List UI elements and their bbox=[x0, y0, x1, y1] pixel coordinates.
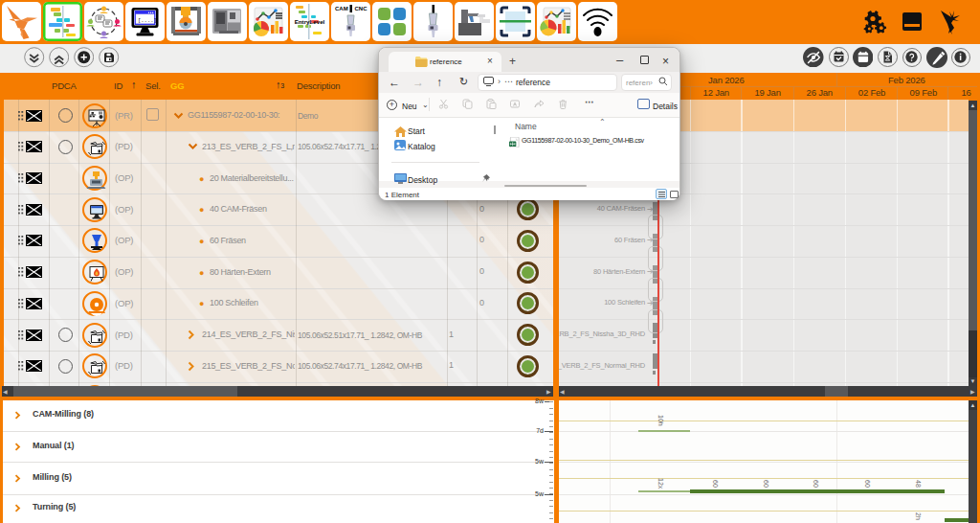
svg-text:CAM: CAM bbox=[335, 6, 348, 11]
svg-text:[....]: [....] bbox=[138, 17, 157, 24]
svg-text:EntryLevel: EntryLevel bbox=[295, 18, 325, 25]
svg-text:CNC: CNC bbox=[355, 6, 368, 11]
